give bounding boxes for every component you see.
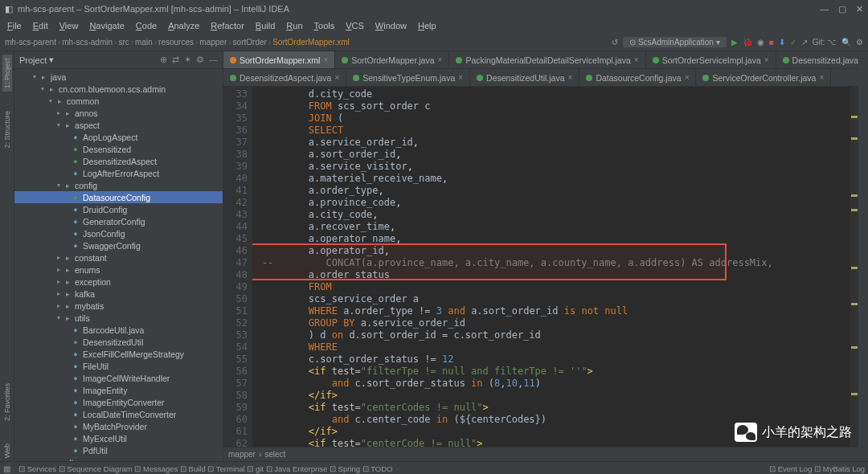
- tree-item[interactable]: ●DesensitizedAspect: [14, 155, 223, 167]
- close-tab-icon[interactable]: ×: [685, 73, 690, 82]
- tree-item[interactable]: ●DesensitizedUtil: [14, 336, 223, 348]
- tree-item[interactable]: ▾▸utils: [14, 312, 223, 324]
- stop-button[interactable]: ■: [769, 38, 774, 47]
- tree-item[interactable]: ▾▸common: [14, 95, 223, 107]
- hide-icon[interactable]: —: [209, 55, 218, 65]
- tool-window-icon[interactable]: ▦: [3, 464, 10, 473]
- tree-item[interactable]: ▸▸annos: [14, 107, 223, 119]
- breadcrumb-part[interactable]: resources: [158, 38, 194, 47]
- bottom-tool-build[interactable]: ⊡ Build: [180, 464, 206, 473]
- tree-item[interactable]: ▸▸exception: [14, 276, 223, 288]
- menu-view[interactable]: View: [55, 19, 83, 32]
- bottom-tool-services[interactable]: ⊡ Services: [18, 464, 56, 473]
- tree-item[interactable]: ▾▸java: [14, 71, 223, 83]
- search-icon[interactable]: 🔍: [841, 38, 851, 47]
- editor-tab[interactable]: ServiceOrderController.java×: [696, 69, 831, 86]
- close-tab-icon[interactable]: ×: [764, 55, 769, 64]
- debug-button[interactable]: 🐞: [743, 38, 752, 47]
- run-button[interactable]: ▶: [731, 38, 738, 47]
- tree-item[interactable]: ●FileUtil: [14, 360, 223, 372]
- close-tab-icon[interactable]: ×: [568, 73, 573, 82]
- code-editor[interactable]: 33 34 35 36 37 38 39 40 41 42 43 44 45 4…: [223, 87, 858, 447]
- tree-item[interactable]: ●AopLogAspect: [14, 131, 223, 143]
- undo-icon[interactable]: ↺: [612, 38, 618, 47]
- tree-item[interactable]: ●BarcodeUtil.java: [14, 324, 223, 336]
- settings-icon[interactable]: ⚙: [856, 38, 863, 47]
- tree-item[interactable]: ▸▸dto: [14, 456, 223, 461]
- bottom-tool-sequence-diagram[interactable]: ⊡ Sequence Diagram: [59, 464, 133, 473]
- menu-tools[interactable]: Tools: [310, 19, 339, 32]
- tree-item[interactable]: ●LogAfterErrorAspect: [14, 167, 223, 179]
- menu-edit[interactable]: Edit: [29, 19, 52, 32]
- close-tab-icon[interactable]: ×: [438, 55, 443, 64]
- collapse-icon[interactable]: ✶: [184, 55, 191, 65]
- breadcrumb-part[interactable]: src: [118, 38, 129, 47]
- git-commit-icon[interactable]: ✓: [790, 38, 796, 47]
- editor-tab[interactable]: Desensitized.java×: [776, 51, 858, 68]
- tree-item[interactable]: ●Desensitized: [14, 143, 223, 155]
- tree-item[interactable]: ●MyBatchProvider: [14, 420, 223, 432]
- menu-refactor[interactable]: Refactor: [207, 19, 248, 32]
- project-tree[interactable]: ▾▸java▾▸cn.com.bluemoon.scs.admin▾▸commo…: [14, 69, 223, 461]
- breadcrumb-part[interactable]: mapper: [199, 38, 227, 47]
- crumb-select[interactable]: select: [264, 450, 285, 459]
- tree-item[interactable]: ●MyExcelUtil: [14, 432, 223, 444]
- breadcrumb-part[interactable]: sortOrder: [233, 38, 267, 47]
- menu-vcs[interactable]: VCS: [342, 19, 368, 32]
- breadcrumb-part[interactable]: main: [135, 38, 153, 47]
- maximize-button[interactable]: ▢: [838, 4, 846, 14]
- close-button[interactable]: ✕: [856, 4, 863, 14]
- menu-run[interactable]: Run: [282, 19, 306, 32]
- editor-tab[interactable]: SortOrderMapper.java×: [335, 51, 449, 68]
- expand-all-icon[interactable]: ⇄: [172, 55, 179, 65]
- git-pull-icon[interactable]: ⬇: [779, 38, 785, 47]
- tree-item[interactable]: ●SwaggerConfig: [14, 239, 223, 251]
- bottom-tool-java-enterprise[interactable]: ⊡ Java Enterprise: [266, 464, 328, 473]
- editor-tab[interactable]: PackingMaterialDetailDetailServiceImpl.j…: [449, 51, 645, 68]
- bottom-tool-git[interactable]: ⊡ git: [247, 464, 264, 473]
- minimize-button[interactable]: —: [820, 4, 829, 14]
- code-body[interactable]: d.city_code FROM scs_sort_order c JOIN (…: [252, 87, 858, 447]
- editor-tab[interactable]: DatasourceConfig.java×: [579, 69, 696, 86]
- tree-item[interactable]: ●DatasourceConfig: [14, 191, 223, 203]
- tree-item[interactable]: ●LocalDateTimeConverter: [14, 408, 223, 420]
- tree-item[interactable]: ●PdfUtil: [14, 444, 223, 456]
- git-label[interactable]: Git: ⌥: [813, 38, 837, 47]
- breadcrumb-part[interactable]: mh-scs-admin: [62, 38, 113, 47]
- breadcrumb-part[interactable]: mh-scs-parent: [5, 38, 56, 47]
- close-tab-icon[interactable]: ×: [458, 73, 463, 82]
- tree-item[interactable]: ●ImageEntity: [14, 384, 223, 396]
- tree-item[interactable]: ▾▸config: [14, 179, 223, 191]
- close-tab-icon[interactable]: ×: [334, 73, 339, 82]
- tree-item[interactable]: ●DruidConfig: [14, 203, 223, 215]
- select-opened-icon[interactable]: ⊕: [160, 55, 167, 65]
- tree-item[interactable]: ●GeneratorConfig: [14, 215, 223, 227]
- bottom-tool-spring[interactable]: ⊡ Spring: [330, 464, 360, 473]
- bottom-tool-messages[interactable]: ⊡ Messages: [134, 464, 178, 473]
- bottom-tool-mybatis-log[interactable]: ⊡ MyBatis Log: [814, 464, 865, 473]
- bottom-tool-terminal[interactable]: ⊡ Terminal: [207, 464, 244, 473]
- gear-icon[interactable]: ⚙: [196, 55, 204, 65]
- menu-build[interactable]: Build: [252, 19, 279, 32]
- tool-tab-structure[interactable]: 2: Structure: [2, 108, 12, 152]
- editor-tab[interactable]: DesensitizedUtil.java×: [470, 69, 579, 86]
- menu-navigate[interactable]: Navigate: [85, 19, 128, 32]
- menu-help[interactable]: Help: [414, 19, 440, 32]
- breadcrumb-file[interactable]: SortOrderMapper.xml: [272, 38, 350, 47]
- crumb-mapper[interactable]: mapper: [228, 450, 256, 459]
- tool-tab-web[interactable]: Web: [2, 440, 12, 461]
- coverage-button[interactable]: ◉: [757, 38, 764, 47]
- git-push-icon[interactable]: ↗: [801, 38, 808, 47]
- bottom-tool-todo[interactable]: ⊡ TODO: [362, 464, 393, 473]
- editor-tab[interactable]: SortOrderMapper.xml×: [223, 51, 335, 68]
- tree-item[interactable]: ●JsonConfig: [14, 227, 223, 239]
- tree-item[interactable]: ▸▸kafka: [14, 288, 223, 300]
- tree-item[interactable]: ●ImageEntityConverter: [14, 396, 223, 408]
- tool-tab-project[interactable]: 1: Project: [2, 55, 12, 92]
- editor-tab[interactable]: SensitiveTypeEnum.java×: [346, 69, 470, 86]
- menu-analyze[interactable]: Analyze: [164, 19, 203, 32]
- menu-window[interactable]: Window: [371, 19, 411, 32]
- bottom-tool-event-log[interactable]: ⊡ Event Log: [769, 464, 812, 473]
- tree-item[interactable]: ▸▸mybatis: [14, 300, 223, 312]
- tree-item[interactable]: ●ImageCellWriteHandler: [14, 372, 223, 384]
